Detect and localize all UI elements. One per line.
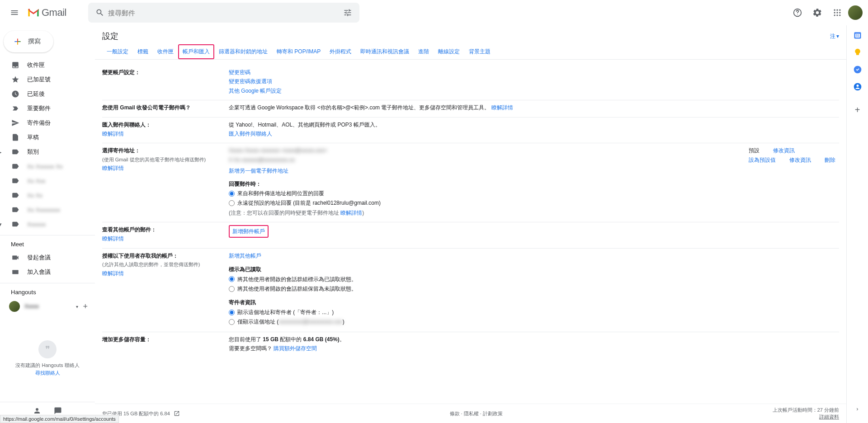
nav-custom-label-3[interactable]: Xx Xx (0, 188, 95, 202)
footer-details-link[interactable]: 詳細資料 (819, 414, 839, 419)
chat-icon[interactable] (54, 407, 62, 415)
mark-read-radio[interactable]: 將其他使用者開啟的會話群組標示為已讀取狀態。 (229, 275, 839, 284)
main-content: 設定 注 ▾ 一般設定 標籤 收件匣 帳戶和匯入 篩選器和封鎖的地址 轉寄和 P… (95, 25, 846, 423)
label-icon (11, 191, 19, 199)
search-icon (95, 8, 104, 17)
search-button[interactable] (92, 5, 108, 21)
tab-addons[interactable]: 外掛程式 (325, 44, 356, 59)
nav-custom-label-2[interactable]: Xx Xxx (0, 174, 95, 188)
set-default-link[interactable]: 設為預設值 (749, 155, 776, 164)
add-addon-button[interactable]: + (855, 105, 860, 115)
nav-inbox[interactable]: 收件匣 (0, 58, 95, 72)
other-settings-link[interactable]: 其他 Google 帳戶設定 (229, 88, 282, 94)
radio-input[interactable] (229, 319, 235, 325)
add-another-address-link[interactable]: 新增另一個電子郵件地址 (229, 168, 288, 174)
add-mail-account-highlighted[interactable]: 新增郵件帳戶 (229, 225, 269, 238)
meet-join[interactable]: 加入會議 (0, 265, 95, 279)
important-icon (11, 104, 19, 113)
nav-drafts[interactable]: 草稿 (0, 130, 95, 145)
nav-custom-label-1[interactable]: Xx Xxxxxx Xx (0, 159, 95, 174)
open-icon[interactable] (174, 410, 180, 417)
nav-important[interactable]: 重要郵件 (0, 101, 95, 116)
header: Gmail (0, 0, 868, 25)
nav-label: 類別 (27, 148, 39, 156)
settings-content: 變更帳戶設定： 變更密碼 變更密碼救援選項 其他 Google 帳戶設定 您使用… (95, 60, 846, 404)
address-blurred: X Xx xxxxxx@xxxxxxxxx.xx (229, 157, 295, 163)
radio-input[interactable] (229, 310, 235, 315)
radio-input[interactable] (229, 200, 235, 206)
sendas-learn-link[interactable]: 瞭解詳情 (102, 165, 124, 171)
chevron-down-icon: ▾ (0, 221, 4, 228)
gmail-logo[interactable]: Gmail (27, 7, 66, 19)
tab-general[interactable]: 一般設定 (102, 44, 133, 59)
grant-learn-link[interactable]: 瞭解詳情 (102, 270, 124, 277)
search-bar[interactable] (88, 3, 359, 23)
add-grant-link[interactable]: 新增其他帳戶 (229, 253, 261, 259)
nav-starred[interactable]: 已加星號 (0, 72, 95, 87)
delete-link[interactable]: 刪除 (825, 155, 835, 164)
hangouts-add-button[interactable]: + (83, 302, 88, 311)
search-input[interactable] (108, 9, 340, 17)
tab-inbox[interactable]: 收件匣 (153, 44, 178, 59)
nav-custom-label-4[interactable]: Xx Xxxxxxxx (0, 202, 95, 217)
compose-label: 撰寫 (28, 38, 41, 46)
hangouts-empty: ❞ 沒有建議的 Hangouts 聯絡人 尋找聯絡人 (0, 315, 95, 402)
density-dropdown[interactable]: 注 ▾ (830, 33, 839, 40)
row-label: 匯入郵件與聯絡人： (102, 120, 229, 129)
apps-grid-icon (833, 8, 842, 17)
tasks-addon[interactable] (853, 65, 862, 74)
nav-categories[interactable]: ▸ 類別 (0, 145, 95, 159)
tab-accounts[interactable]: 帳戶和匯入 (178, 44, 214, 59)
hangouts-find-link[interactable]: 尋找聯絡人 (35, 370, 60, 376)
import-link[interactable]: 匯入郵件與聯絡人 (229, 131, 272, 137)
calendar-addon[interactable]: 31 (853, 31, 862, 40)
meet-new[interactable]: 發起會議 (0, 250, 95, 265)
send-icon (11, 119, 19, 127)
nav-snoozed[interactable]: 已延後 (0, 87, 95, 101)
check-learn-link[interactable]: 瞭解詳情 (102, 235, 124, 242)
tab-themes[interactable]: 背景主題 (464, 44, 495, 59)
tab-chat[interactable]: 即時通訊和視訊會議 (356, 44, 414, 59)
hangouts-user[interactable]: Xxxxx ▾ + (0, 298, 95, 315)
radio-input[interactable] (229, 286, 235, 292)
sender-only-radio[interactable]: 僅顯示這個地址 (xxxxxxxxx@xxxxxxxxx.xxx) (229, 317, 839, 326)
tab-advanced[interactable]: 進階 (414, 44, 434, 59)
settings-button[interactable] (808, 4, 826, 22)
sender-show-radio[interactable]: 顯示這個地址和寄件者 (「寄件者：...」) (229, 308, 839, 317)
import-learn-link[interactable]: 瞭解詳情 (102, 131, 124, 137)
edit-info-link[interactable]: 修改資訊 (773, 146, 795, 155)
keep-addon[interactable] (853, 48, 862, 57)
support-button[interactable] (788, 4, 807, 22)
apps-button[interactable] (828, 4, 846, 22)
tab-offline[interactable]: 離線設定 (434, 44, 464, 59)
search-options-button[interactable] (340, 5, 356, 21)
nav-label-blurred: Xxxxxx (27, 221, 46, 228)
contacts-addon[interactable] (853, 82, 862, 91)
radio-input[interactable] (229, 191, 235, 197)
radio-label: 將其他使用者開啟的會話群組標示為已讀取狀態。 (237, 275, 357, 284)
compose-button[interactable]: 撰寫 (4, 31, 53, 52)
tab-forwarding[interactable]: 轉寄和 POP/IMAP (272, 44, 325, 59)
recovery-options-link[interactable]: 變更密碼救援選項 (229, 78, 272, 85)
row-grant-access: 授權以下使用者存取我的帳戶： (允許其他人讀取您的郵件，並替您傳送郵件) 瞭解詳… (102, 249, 839, 332)
reply-note-link[interactable]: 瞭解詳情 (340, 210, 362, 216)
tab-labels[interactable]: 標籤 (133, 44, 153, 59)
reply-default-radio[interactable]: 永遠從預設的地址回覆 (目前是 rachel0128rulu@gmail.com… (229, 198, 839, 207)
reply-same-radio[interactable]: 來自和郵件傳送地址相同位置的回覆 (229, 189, 839, 198)
default-badge: 預設 (749, 146, 760, 155)
edit-info-link[interactable]: 修改資訊 (789, 155, 811, 164)
mark-unread-radio[interactable]: 將其他使用者開啟的會話群組保留為未讀取狀態。 (229, 284, 839, 293)
footer-policies[interactable]: 條款 · 隱私權 · 計劃政策 (180, 410, 773, 417)
keep-icon (853, 48, 862, 57)
workspace-learn-link[interactable]: 瞭解詳情 (491, 104, 513, 111)
tab-filters[interactable]: 篩選器和封鎖的地址 (214, 44, 272, 59)
nav-sent[interactable]: 寄件備份 (0, 116, 95, 130)
collapse-panel-button[interactable]: › (856, 405, 858, 412)
change-password-link[interactable]: 變更密碼 (229, 69, 250, 75)
buy-storage-link[interactable]: 購買額外儲存空間 (274, 345, 317, 352)
nav-more[interactable]: ▾Xxxxxx (0, 217, 95, 231)
person-icon[interactable] (33, 407, 41, 415)
main-menu-button[interactable] (5, 4, 24, 22)
account-avatar[interactable] (848, 5, 863, 20)
radio-input[interactable] (229, 276, 235, 282)
